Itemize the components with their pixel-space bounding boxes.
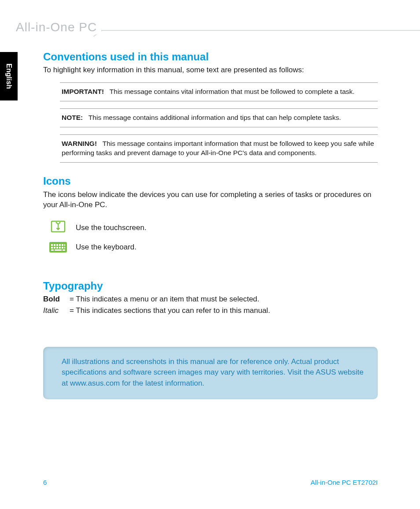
svg-rect-18: [63, 249, 65, 251]
svg-rect-5: [54, 244, 55, 246]
icons-heading: Icons: [43, 175, 378, 187]
svg-rect-9: [64, 244, 65, 246]
important-label: IMPORTANT!: [62, 88, 104, 95]
typo-bold-desc: = This indicates a menu or an item that …: [70, 295, 378, 304]
header-rule: [101, 30, 420, 31]
svg-rect-13: [59, 247, 61, 249]
typo-italic-desc: = This indicates sections that you can r…: [70, 306, 378, 315]
note-label: NOTE:: [62, 114, 83, 121]
warning-block: WARNING! This message contains important…: [60, 134, 378, 163]
conventions-intro: To highlight key information in this man…: [43, 66, 378, 74]
svg-point-1: [56, 222, 57, 223]
page-content: Conventions used in this manual To highl…: [43, 51, 378, 399]
keyboard-text: Use the keyboard.: [76, 243, 136, 252]
svg-rect-6: [56, 244, 58, 246]
touchscreen-text: Use the touchscreen.: [76, 223, 147, 232]
icon-row-touchscreen: Use the touchscreen.: [49, 220, 378, 236]
svg-rect-17: [55, 249, 62, 251]
svg-rect-8: [62, 244, 63, 246]
info-box: All illustrations and screenshots in thi…: [43, 347, 378, 400]
warning-text: This message contains important informat…: [62, 140, 374, 156]
language-label: English: [5, 63, 13, 89]
svg-rect-7: [59, 244, 61, 246]
svg-rect-14: [62, 247, 63, 249]
header-title: All-in-One PC: [16, 20, 101, 34]
note-block: NOTE: This message contains additional i…: [60, 108, 378, 127]
keyboard-icon: [49, 239, 67, 255]
svg-rect-10: [51, 247, 53, 249]
typography-heading: Typography: [43, 280, 378, 292]
important-block: IMPORTANT! This message contains vital i…: [60, 82, 378, 101]
svg-rect-15: [64, 247, 65, 249]
svg-point-2: [59, 222, 61, 223]
note-text: This message contains additional informa…: [88, 114, 341, 121]
typo-italic-label: Italic: [43, 306, 70, 315]
important-text: This message contains vital information …: [110, 88, 355, 95]
footer-model: All-in-One PC ET2702I: [310, 479, 378, 486]
icons-intro: The icons below indicate the devices you…: [43, 190, 378, 210]
typography-row-bold: Bold = This indicates a menu or an item …: [43, 295, 378, 304]
icon-row-keyboard: Use the keyboard.: [49, 239, 378, 255]
footer: 6 All-in-One PC ET2702I: [43, 479, 378, 486]
svg-rect-16: [51, 249, 54, 251]
svg-rect-4: [51, 244, 53, 246]
typo-bold-label: Bold: [43, 295, 70, 304]
svg-rect-12: [56, 247, 58, 249]
svg-rect-11: [54, 247, 55, 249]
page-number: 6: [43, 479, 47, 486]
info-box-text: All illustrations and screenshots in thi…: [62, 357, 364, 387]
language-tab: English: [0, 52, 18, 100]
touchscreen-icon: [49, 220, 67, 236]
conventions-heading: Conventions used in this manual: [43, 51, 378, 63]
typography-row-italic: Italic = This indicates sections that yo…: [43, 306, 378, 315]
warning-label: WARNING!: [62, 140, 97, 147]
